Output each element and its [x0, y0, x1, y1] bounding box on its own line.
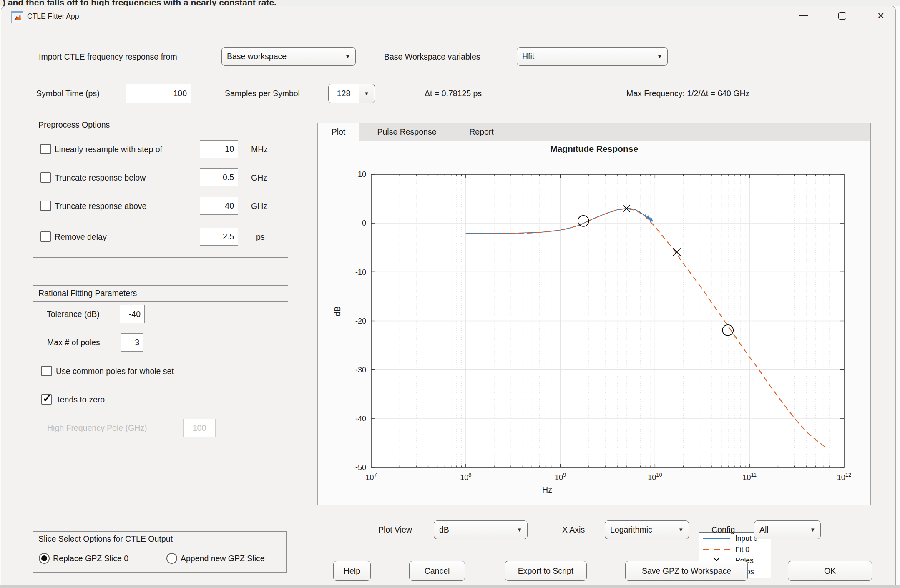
linearly-resample-checkbox[interactable]: ✓ — [40, 144, 51, 154]
config-label: Config — [711, 523, 735, 536]
svg-text:107: 107 — [365, 472, 377, 482]
workspace-vars-dropdown[interactable]: Hfit ▼ — [517, 47, 668, 66]
truncate-above-label: Truncate response above — [55, 200, 146, 212]
title-bar: CTLE Fitter App ✕ — [1, 6, 895, 25]
truncate-below-checkbox[interactable]: ✓ — [40, 172, 51, 183]
plot-title: Magnitude Response — [318, 144, 870, 154]
svg-text:1011: 1011 — [742, 472, 757, 482]
help-button[interactable]: Help — [333, 561, 371, 581]
high-freq-pole-input: 100 — [183, 419, 216, 437]
remove-delay-input[interactable]: 2.5 — [200, 228, 238, 246]
symbol-time-label: Symbol Time (ps) — [36, 87, 100, 100]
chevron-down-icon: ▼ — [810, 527, 815, 533]
svg-text:1012: 1012 — [837, 472, 852, 482]
samples-per-symbol-combobox[interactable]: 128 ▼ — [328, 84, 375, 103]
svg-text:-30: -30 — [355, 366, 366, 374]
background-page: ) and then falls off to high frequencies… — [0, 0, 900, 6]
save-gpz-button[interactable]: Save GPZ to Workspace — [625, 561, 748, 581]
truncate-above-unit: GHz — [251, 200, 267, 212]
x-axis-label: Hz — [505, 485, 589, 495]
matlab-app-icon — [11, 11, 23, 23]
common-poles-checkbox[interactable]: ✓ — [41, 366, 52, 376]
x-axis-control-label: X Axis — [562, 523, 585, 536]
tends-to-zero-checkbox[interactable]: ✓ — [41, 394, 52, 405]
check-icon: ✓ — [43, 392, 52, 405]
chevron-down-icon: ▼ — [657, 53, 662, 60]
common-poles-label: Use common poles for whole set — [56, 365, 174, 377]
plot-view-label: Plot View — [378, 523, 412, 536]
background-text: ) and then falls off to high frequencies… — [3, 0, 277, 6]
minimize-icon — [799, 15, 808, 16]
chevron-down-icon: ▼ — [517, 527, 522, 533]
plot-tab-panel: Plot Pulse Response Report Magnitude Res… — [317, 123, 871, 505]
remove-delay-checkbox[interactable]: ✓ — [40, 231, 51, 242]
chevron-down-icon: ▼ — [345, 53, 350, 60]
ctle-fitter-window: CTLE Fitter App ✕ Import CTLE frequency … — [1, 6, 896, 588]
resample-step-unit: MHz — [251, 143, 268, 156]
samples-per-symbol-label: Samples per Symbol — [225, 87, 300, 100]
y-axis-label: dB — [333, 307, 342, 317]
replace-gpz-radio[interactable] — [39, 553, 50, 564]
tab-strip: Plot Pulse Response Report — [318, 123, 870, 141]
import-source-label: Import CTLE frequency response from — [39, 50, 177, 63]
linearly-resample-label: Linearly resample with step of — [55, 143, 162, 156]
svg-text:-20: -20 — [355, 317, 366, 325]
max-poles-label: Max # of poles — [47, 336, 100, 349]
tolerance-label: Tolerance (dB) — [47, 308, 100, 320]
x-axis-dropdown[interactable]: Logarithmic ▼ — [605, 520, 689, 539]
tab-plot[interactable]: Plot — [318, 123, 359, 141]
max-poles-input[interactable]: 3 — [121, 333, 143, 352]
tolerance-input[interactable]: -40 — [120, 305, 145, 323]
symbol-time-input[interactable]: 100 — [126, 84, 191, 103]
append-gpz-radio[interactable] — [166, 553, 177, 564]
truncate-above-input[interactable]: 40 — [200, 197, 238, 215]
svg-text:1010: 1010 — [648, 472, 662, 482]
input-line-swatch — [703, 538, 730, 539]
svg-text:-40: -40 — [355, 415, 366, 423]
svg-text:-50: -50 — [355, 463, 366, 472]
minimize-button[interactable] — [794, 7, 814, 25]
truncate-below-label: Truncate response below — [55, 171, 146, 184]
truncate-below-unit: GHz — [251, 171, 267, 184]
chevron-down-icon: ▼ — [678, 527, 684, 533]
slice-select-title: Slice Select Options for CTLE Output — [33, 532, 286, 546]
svg-text:10: 10 — [358, 170, 366, 178]
close-button[interactable]: ✕ — [871, 7, 891, 25]
fit-line-swatch — [703, 549, 730, 550]
truncate-above-checkbox[interactable]: ✓ — [40, 201, 51, 211]
preprocess-options-title: Preprocess Options — [33, 117, 288, 133]
tends-to-zero-label: Tends to zero — [56, 393, 105, 406]
append-gpz-label: Append new GPZ Slice — [181, 552, 265, 565]
high-freq-pole-label: High Frequency Pole (GHz) — [47, 422, 147, 434]
maximize-button[interactable] — [832, 7, 852, 25]
max-frequency-text: Max Frequency: 1/2/Δt = 640 GHz — [626, 87, 749, 100]
chevron-down-icon[interactable]: ▼ — [359, 84, 374, 103]
truncate-below-input[interactable]: 0.5 — [200, 168, 238, 186]
svg-text:108: 108 — [460, 472, 471, 482]
delta-t-text: Δt = 0.78125 ps — [425, 87, 482, 100]
replace-gpz-label: Replace GPZ Slice 0 — [53, 552, 128, 565]
remove-delay-label: Remove delay — [55, 231, 107, 243]
close-icon: ✕ — [877, 11, 885, 21]
maximize-icon — [838, 12, 846, 20]
workspace-vars-label: Base Workspace variables — [384, 50, 480, 63]
svg-text:-10: -10 — [355, 268, 366, 276]
screen: ) and then falls off to high frequencies… — [0, 0, 900, 588]
rational-fitting-title: Rational Fitting Parameters — [33, 286, 288, 302]
tab-report[interactable]: Report — [455, 123, 508, 141]
window-title: CTLE Fitter App — [27, 10, 79, 23]
config-dropdown[interactable]: All ▼ — [754, 520, 821, 539]
cancel-button[interactable]: Cancel — [409, 561, 465, 581]
window-bottom-edge — [0, 585, 900, 588]
export-to-script-button[interactable]: Export to Script — [505, 561, 587, 581]
svg-text:0: 0 — [362, 219, 366, 227]
ok-button[interactable]: OK — [788, 561, 872, 581]
magnitude-response-plot: 100-10-20-30-40-50107108109101010111012 — [371, 174, 844, 467]
svg-text:109: 109 — [555, 472, 566, 482]
import-source-dropdown[interactable]: Base workspace ▼ — [221, 47, 356, 66]
remove-delay-unit: ps — [256, 231, 265, 243]
legend-fit-label: Fit 0 — [735, 545, 749, 554]
plot-view-dropdown[interactable]: dB ▼ — [434, 520, 528, 539]
resample-step-input[interactable]: 10 — [200, 140, 238, 158]
tab-pulse-response[interactable]: Pulse Response — [359, 123, 455, 141]
